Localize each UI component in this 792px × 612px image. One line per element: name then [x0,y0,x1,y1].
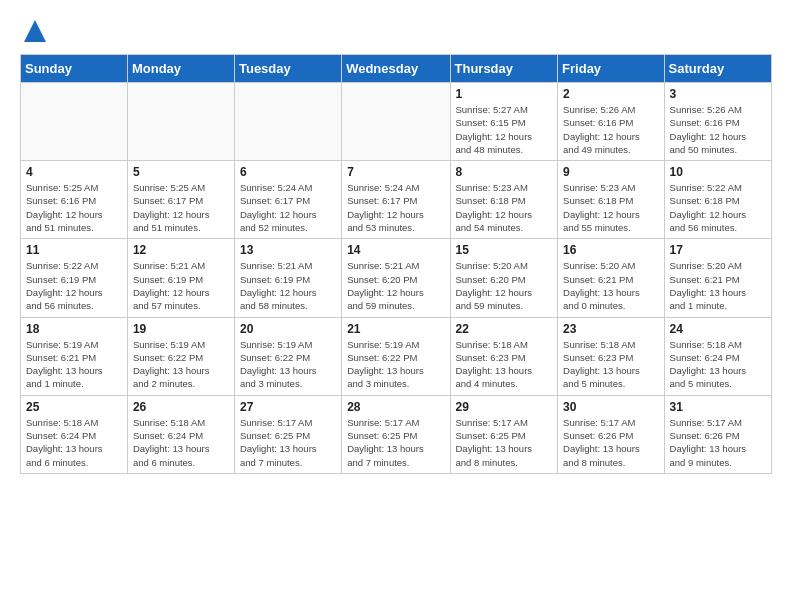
day-info: Sunrise: 5:26 AM Sunset: 6:16 PM Dayligh… [670,103,766,156]
day-number: 22 [456,322,553,336]
day-info: Sunrise: 5:17 AM Sunset: 6:25 PM Dayligh… [456,416,553,469]
calendar-week-4: 18Sunrise: 5:19 AM Sunset: 6:21 PM Dayli… [21,317,772,395]
day-info: Sunrise: 5:21 AM Sunset: 6:20 PM Dayligh… [347,259,444,312]
day-number: 31 [670,400,766,414]
calendar-cell: 6Sunrise: 5:24 AM Sunset: 6:17 PM Daylig… [234,161,341,239]
day-info: Sunrise: 5:19 AM Sunset: 6:22 PM Dayligh… [347,338,444,391]
calendar-cell: 11Sunrise: 5:22 AM Sunset: 6:19 PM Dayli… [21,239,128,317]
day-header-monday: Monday [127,55,234,83]
day-info: Sunrise: 5:23 AM Sunset: 6:18 PM Dayligh… [456,181,553,234]
calendar-cell: 28Sunrise: 5:17 AM Sunset: 6:25 PM Dayli… [342,395,450,473]
day-header-tuesday: Tuesday [234,55,341,83]
day-number: 10 [670,165,766,179]
day-info: Sunrise: 5:18 AM Sunset: 6:24 PM Dayligh… [133,416,229,469]
logo-icon [20,16,50,46]
day-number: 29 [456,400,553,414]
day-info: Sunrise: 5:20 AM Sunset: 6:21 PM Dayligh… [670,259,766,312]
day-number: 17 [670,243,766,257]
calendar-cell: 10Sunrise: 5:22 AM Sunset: 6:18 PM Dayli… [664,161,771,239]
calendar-cell: 4Sunrise: 5:25 AM Sunset: 6:16 PM Daylig… [21,161,128,239]
day-info: Sunrise: 5:21 AM Sunset: 6:19 PM Dayligh… [240,259,336,312]
day-number: 15 [456,243,553,257]
calendar-cell: 21Sunrise: 5:19 AM Sunset: 6:22 PM Dayli… [342,317,450,395]
calendar-cell: 3Sunrise: 5:26 AM Sunset: 6:16 PM Daylig… [664,83,771,161]
calendar-cell [127,83,234,161]
day-number: 14 [347,243,444,257]
day-number: 4 [26,165,122,179]
day-info: Sunrise: 5:17 AM Sunset: 6:25 PM Dayligh… [240,416,336,469]
calendar-cell: 18Sunrise: 5:19 AM Sunset: 6:21 PM Dayli… [21,317,128,395]
calendar-cell: 16Sunrise: 5:20 AM Sunset: 6:21 PM Dayli… [558,239,664,317]
calendar-cell: 14Sunrise: 5:21 AM Sunset: 6:20 PM Dayli… [342,239,450,317]
day-header-wednesday: Wednesday [342,55,450,83]
calendar-cell: 1Sunrise: 5:27 AM Sunset: 6:15 PM Daylig… [450,83,558,161]
day-info: Sunrise: 5:20 AM Sunset: 6:21 PM Dayligh… [563,259,658,312]
day-number: 16 [563,243,658,257]
day-number: 20 [240,322,336,336]
day-info: Sunrise: 5:17 AM Sunset: 6:26 PM Dayligh… [563,416,658,469]
day-number: 21 [347,322,444,336]
svg-marker-0 [24,20,46,42]
page-header [0,0,792,54]
day-number: 19 [133,322,229,336]
day-info: Sunrise: 5:19 AM Sunset: 6:21 PM Dayligh… [26,338,122,391]
day-number: 1 [456,87,553,101]
calendar-cell: 22Sunrise: 5:18 AM Sunset: 6:23 PM Dayli… [450,317,558,395]
calendar-cell: 24Sunrise: 5:18 AM Sunset: 6:24 PM Dayli… [664,317,771,395]
day-info: Sunrise: 5:25 AM Sunset: 6:16 PM Dayligh… [26,181,122,234]
day-header-thursday: Thursday [450,55,558,83]
calendar-cell: 15Sunrise: 5:20 AM Sunset: 6:20 PM Dayli… [450,239,558,317]
calendar-cell: 9Sunrise: 5:23 AM Sunset: 6:18 PM Daylig… [558,161,664,239]
calendar-week-2: 4Sunrise: 5:25 AM Sunset: 6:16 PM Daylig… [21,161,772,239]
day-info: Sunrise: 5:19 AM Sunset: 6:22 PM Dayligh… [133,338,229,391]
calendar-week-3: 11Sunrise: 5:22 AM Sunset: 6:19 PM Dayli… [21,239,772,317]
calendar-cell: 26Sunrise: 5:18 AM Sunset: 6:24 PM Dayli… [127,395,234,473]
day-info: Sunrise: 5:24 AM Sunset: 6:17 PM Dayligh… [240,181,336,234]
day-number: 9 [563,165,658,179]
day-info: Sunrise: 5:27 AM Sunset: 6:15 PM Dayligh… [456,103,553,156]
calendar-cell: 30Sunrise: 5:17 AM Sunset: 6:26 PM Dayli… [558,395,664,473]
day-info: Sunrise: 5:19 AM Sunset: 6:22 PM Dayligh… [240,338,336,391]
calendar-cell: 31Sunrise: 5:17 AM Sunset: 6:26 PM Dayli… [664,395,771,473]
day-info: Sunrise: 5:17 AM Sunset: 6:26 PM Dayligh… [670,416,766,469]
calendar-cell: 5Sunrise: 5:25 AM Sunset: 6:17 PM Daylig… [127,161,234,239]
calendar-table: SundayMondayTuesdayWednesdayThursdayFrid… [20,54,772,474]
day-number: 13 [240,243,336,257]
day-number: 11 [26,243,122,257]
day-number: 6 [240,165,336,179]
calendar-cell: 2Sunrise: 5:26 AM Sunset: 6:16 PM Daylig… [558,83,664,161]
calendar-cell [234,83,341,161]
day-number: 28 [347,400,444,414]
day-info: Sunrise: 5:18 AM Sunset: 6:23 PM Dayligh… [456,338,553,391]
logo [20,16,54,46]
calendar-cell: 29Sunrise: 5:17 AM Sunset: 6:25 PM Dayli… [450,395,558,473]
calendar-week-1: 1Sunrise: 5:27 AM Sunset: 6:15 PM Daylig… [21,83,772,161]
calendar-cell: 25Sunrise: 5:18 AM Sunset: 6:24 PM Dayli… [21,395,128,473]
calendar-cell: 8Sunrise: 5:23 AM Sunset: 6:18 PM Daylig… [450,161,558,239]
day-number: 3 [670,87,766,101]
day-info: Sunrise: 5:18 AM Sunset: 6:24 PM Dayligh… [670,338,766,391]
calendar-cell: 20Sunrise: 5:19 AM Sunset: 6:22 PM Dayli… [234,317,341,395]
calendar-cell: 19Sunrise: 5:19 AM Sunset: 6:22 PM Dayli… [127,317,234,395]
day-number: 8 [456,165,553,179]
day-header-saturday: Saturday [664,55,771,83]
day-number: 2 [563,87,658,101]
day-info: Sunrise: 5:24 AM Sunset: 6:17 PM Dayligh… [347,181,444,234]
calendar-cell: 17Sunrise: 5:20 AM Sunset: 6:21 PM Dayli… [664,239,771,317]
day-number: 30 [563,400,658,414]
day-number: 18 [26,322,122,336]
day-number: 12 [133,243,229,257]
day-number: 7 [347,165,444,179]
day-header-friday: Friday [558,55,664,83]
day-info: Sunrise: 5:17 AM Sunset: 6:25 PM Dayligh… [347,416,444,469]
calendar-cell: 27Sunrise: 5:17 AM Sunset: 6:25 PM Dayli… [234,395,341,473]
calendar-cell: 23Sunrise: 5:18 AM Sunset: 6:23 PM Dayli… [558,317,664,395]
day-number: 5 [133,165,229,179]
day-number: 24 [670,322,766,336]
day-header-sunday: Sunday [21,55,128,83]
calendar-cell: 7Sunrise: 5:24 AM Sunset: 6:17 PM Daylig… [342,161,450,239]
calendar-body: 1Sunrise: 5:27 AM Sunset: 6:15 PM Daylig… [21,83,772,474]
day-info: Sunrise: 5:22 AM Sunset: 6:19 PM Dayligh… [26,259,122,312]
day-info: Sunrise: 5:25 AM Sunset: 6:17 PM Dayligh… [133,181,229,234]
calendar-cell [21,83,128,161]
